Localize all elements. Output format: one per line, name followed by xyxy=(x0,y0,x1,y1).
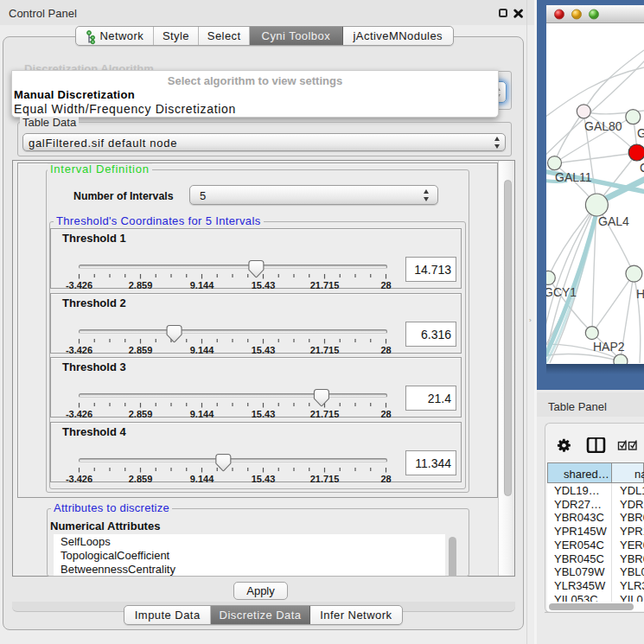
svg-text:GAL11: GAL11 xyxy=(555,170,592,184)
svg-text:G: G xyxy=(637,126,644,140)
svg-text:HAP2: HAP2 xyxy=(593,340,625,354)
svg-text:H: H xyxy=(636,287,644,301)
svg-text:GAL80: GAL80 xyxy=(584,119,622,133)
svg-text:GCY1: GCY1 xyxy=(546,285,577,299)
svg-text:GAL4: GAL4 xyxy=(598,214,629,228)
svg-text:C: C xyxy=(640,161,644,175)
